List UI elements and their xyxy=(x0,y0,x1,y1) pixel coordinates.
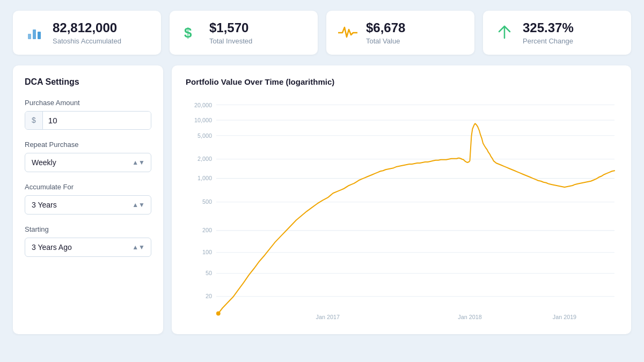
stat-value-total: $6,678 xyxy=(366,20,405,36)
purchase-amount-input-group: $ .00 xyxy=(25,111,151,130)
stat-info-value: $6,678 Total Value xyxy=(366,20,405,45)
starting-select-wrapper: 3 Years Ago 1 Year Ago 5 Years Ago ▲▼ xyxy=(25,238,151,257)
page: 82,812,000 Satoshis Accumulated $ $1,570… xyxy=(0,0,644,345)
svg-text:1,000: 1,000 xyxy=(197,174,212,181)
dollar-prefix: $ xyxy=(25,112,43,129)
chart-line xyxy=(218,123,614,313)
svg-rect-0 xyxy=(28,34,31,39)
stat-card-value: $6,678 Total Value xyxy=(326,11,474,55)
svg-text:$: $ xyxy=(184,25,192,41)
chart-panel: Portfolio Value Over Time (logarithmic) … xyxy=(172,65,631,334)
repeat-purchase-group: Repeat Purchase Weekly Daily Monthly ▲▼ xyxy=(25,141,151,172)
purchase-amount-label: Purchase Amount xyxy=(25,99,151,107)
svg-text:20: 20 xyxy=(206,292,212,299)
accumulate-for-label: Accumulate For xyxy=(25,183,151,191)
stat-info-satoshis: 82,812,000 Satoshis Accumulated xyxy=(53,20,121,45)
main-row: DCA Settings Purchase Amount $ .00 Repea… xyxy=(13,65,631,334)
svg-text:200: 200 xyxy=(202,227,212,233)
chart-start-dot xyxy=(216,311,221,315)
starting-group: Starting 3 Years Ago 1 Year Ago 5 Years … xyxy=(25,225,151,257)
stat-label-satoshis: Satoshis Accumulated xyxy=(53,37,121,45)
chart-area: 20,000 10,000 5,000 2,000 1,000 500 200 … xyxy=(186,95,617,326)
arrow-up-icon xyxy=(495,23,514,42)
stat-card-invested: $ $1,570 Total Invested xyxy=(170,11,318,55)
svg-text:5,000: 5,000 xyxy=(197,132,212,138)
svg-text:10,000: 10,000 xyxy=(194,117,212,123)
accumulate-for-group: Accumulate For 3 Years 1 Year 5 Years 10… xyxy=(25,183,151,215)
pulse-icon xyxy=(338,23,357,42)
stat-card-change: 325.37% Percent Change xyxy=(483,11,631,55)
grid-lines xyxy=(216,105,614,296)
repeat-select[interactable]: Weekly Daily Monthly xyxy=(25,153,151,172)
svg-text:Jan 2018: Jan 2018 xyxy=(458,313,481,320)
stat-info-invested: $1,570 Total Invested xyxy=(209,20,252,45)
stat-value-invested: $1,570 xyxy=(209,20,252,36)
settings-title: DCA Settings xyxy=(25,77,151,87)
purchase-amount-input[interactable] xyxy=(43,112,151,129)
svg-text:2,000: 2,000 xyxy=(197,155,212,161)
starting-select[interactable]: 3 Years Ago 1 Year Ago 5 Years Ago xyxy=(25,238,151,257)
stat-label-value: Total Value xyxy=(366,37,405,45)
bar-chart-icon xyxy=(25,23,44,42)
x-axis: Jan 2017 Jan 2018 Jan 2019 xyxy=(316,313,577,320)
stat-label-invested: Total Invested xyxy=(209,37,252,45)
settings-panel: DCA Settings Purchase Amount $ .00 Repea… xyxy=(13,65,163,334)
svg-text:500: 500 xyxy=(202,198,212,204)
svg-rect-2 xyxy=(38,32,41,39)
chart-svg: 20,000 10,000 5,000 2,000 1,000 500 200 … xyxy=(186,95,617,326)
purchase-amount-group: Purchase Amount $ .00 xyxy=(25,99,151,130)
svg-text:Jan 2019: Jan 2019 xyxy=(553,313,576,320)
svg-text:50: 50 xyxy=(206,269,212,276)
stat-value-change: 325.37% xyxy=(523,20,574,36)
svg-text:Jan 2017: Jan 2017 xyxy=(316,313,340,320)
svg-text:100: 100 xyxy=(202,248,212,255)
stat-label-change: Percent Change xyxy=(523,37,574,45)
repeat-select-wrapper: Weekly Daily Monthly ▲▼ xyxy=(25,153,151,172)
stat-info-change: 325.37% Percent Change xyxy=(523,20,574,45)
svg-text:20,000: 20,000 xyxy=(194,101,212,108)
starting-label: Starting xyxy=(25,225,151,233)
chart-title: Portfolio Value Over Time (logarithmic) xyxy=(186,77,617,86)
accumulate-select[interactable]: 3 Years 1 Year 5 Years 10 Years xyxy=(25,195,151,215)
dollar-icon: $ xyxy=(181,23,201,42)
stat-value-satoshis: 82,812,000 xyxy=(53,20,121,36)
stat-card-satoshis: 82,812,000 Satoshis Accumulated xyxy=(13,11,161,55)
svg-rect-1 xyxy=(33,29,36,39)
y-axis: 20,000 10,000 5,000 2,000 1,000 500 200 … xyxy=(194,101,212,299)
accumulate-select-wrapper: 3 Years 1 Year 5 Years 10 Years ▲▼ xyxy=(25,195,151,215)
repeat-purchase-label: Repeat Purchase xyxy=(25,141,151,149)
stats-row: 82,812,000 Satoshis Accumulated $ $1,570… xyxy=(13,11,631,55)
